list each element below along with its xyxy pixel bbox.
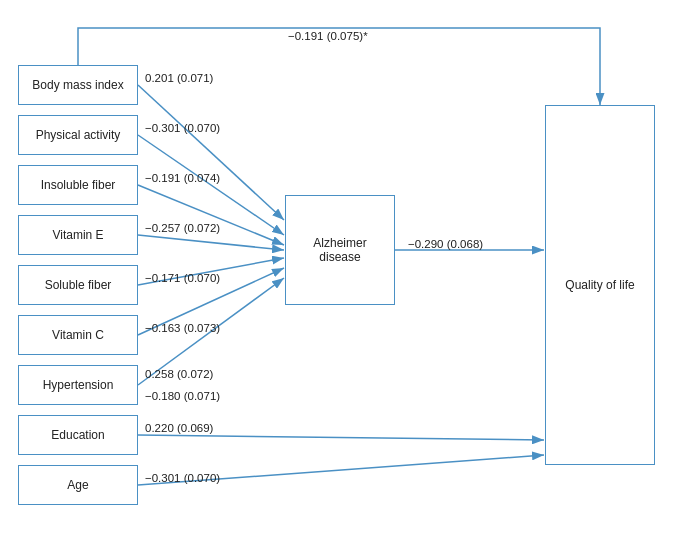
svg-line-9 — [138, 435, 544, 440]
svg-line-3 — [138, 185, 284, 245]
ve-coef-label: −0.257 (0.072) — [145, 222, 220, 234]
box-insoluble-fiber: Insoluble fiber — [18, 165, 138, 205]
vitamin-e-label: Vitamin E — [52, 228, 103, 242]
vc-coef-label: −0.163 (0.073) — [145, 322, 220, 334]
svg-line-4 — [138, 235, 284, 250]
svg-line-1 — [138, 85, 284, 220]
insoluble-fiber-label: Insoluble fiber — [41, 178, 116, 192]
ed-coef-label: 0.220 (0.069) — [145, 422, 213, 434]
pa-coef-label: −0.301 (0.070) — [145, 122, 220, 134]
svg-line-2 — [138, 135, 284, 235]
box-soluble-fiber: Soluble fiber — [18, 265, 138, 305]
box-alzheimer: Alzheimer disease — [285, 195, 395, 305]
box-hypertension: Hypertension — [18, 365, 138, 405]
vitamin-c-label: Vitamin C — [52, 328, 104, 342]
ht-coef1-label: 0.258 (0.072) — [145, 368, 213, 380]
bmi-coef-label: 0.201 (0.071) — [145, 72, 213, 84]
if-coef-label: −0.191 (0.074) — [145, 172, 220, 184]
box-bmi: Body mass index — [18, 65, 138, 105]
box-physical-activity: Physical activity — [18, 115, 138, 155]
diagram: Body mass index Physical activity Insolu… — [0, 0, 686, 537]
bmi-label: Body mass index — [32, 78, 123, 92]
box-education: Education — [18, 415, 138, 455]
physical-activity-label: Physical activity — [36, 128, 121, 142]
box-quality-of-life: Quality of life — [545, 105, 655, 465]
ht-coef2-label: −0.180 (0.071) — [145, 390, 220, 402]
top-arrow-text: −0.191 (0.075)* — [288, 30, 368, 42]
hypertension-label: Hypertension — [43, 378, 114, 392]
soluble-fiber-label: Soluble fiber — [45, 278, 112, 292]
alz-qol-label: −0.290 (0.068) — [408, 238, 483, 250]
education-label: Education — [51, 428, 104, 442]
age-coef-label: −0.301 (0.070) — [145, 472, 220, 484]
box-age: Age — [18, 465, 138, 505]
alzheimer-label: Alzheimer disease — [313, 236, 366, 264]
box-vitamin-e: Vitamin E — [18, 215, 138, 255]
box-vitamin-c: Vitamin C — [18, 315, 138, 355]
sf-coef-label: −0.171 (0.070) — [145, 272, 220, 284]
top-arrow-label: −0.191 (0.075)* — [288, 30, 368, 42]
quality-label: Quality of life — [565, 278, 634, 292]
age-label: Age — [67, 478, 88, 492]
